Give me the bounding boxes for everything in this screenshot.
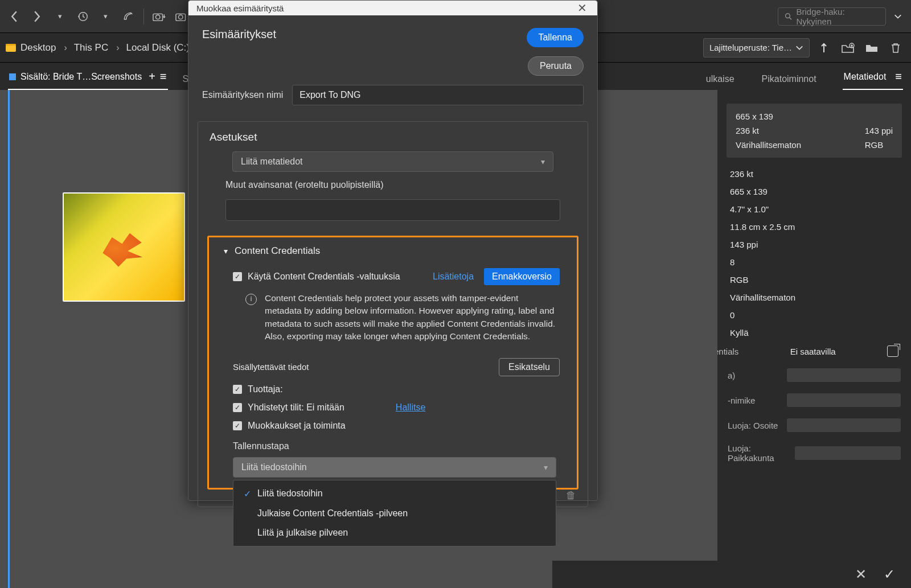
preset-name-label: Esimäärityksen nimi xyxy=(202,90,283,100)
nav-dropdown-icon[interactable]: ▾ xyxy=(50,7,69,26)
sort-ascending-icon[interactable] xyxy=(814,38,834,57)
creator-label: Luoja: Osoite xyxy=(728,421,778,430)
metadata-dropdown[interactable]: Liitä metatiedot ▾ xyxy=(232,151,553,172)
open-folder-icon[interactable] xyxy=(862,38,881,57)
storage-dropdown-menu: Liitä tiedostoihin Julkaise Content Cred… xyxy=(233,480,556,546)
meta-value: 236 kt xyxy=(730,169,898,179)
preset-name-input[interactable] xyxy=(292,85,584,105)
creator-input[interactable] xyxy=(787,418,901,432)
chevron-down-icon: ▾ xyxy=(541,157,545,166)
close-icon[interactable]: ✕ xyxy=(574,1,589,15)
meta-value: 665 x 139 xyxy=(730,187,898,196)
content-credentials-section: ▾ Content Credentials ✓ Käytä Content Cr… xyxy=(207,236,578,490)
svg-point-5 xyxy=(786,13,790,18)
search-dropdown-icon[interactable] xyxy=(889,7,906,26)
content-indicator-icon xyxy=(9,73,16,80)
sort-dropdown[interactable]: Lajitteluperuste: Tie… xyxy=(703,38,810,57)
save-button[interactable]: Tallenna xyxy=(527,28,584,47)
cc-section-header[interactable]: ▾ Content Credentials xyxy=(224,245,562,257)
external-link-icon[interactable] xyxy=(887,346,898,357)
creator-fields: a) -nimike Luoja: Osoite Luoja: Paikkaku… xyxy=(717,357,911,463)
thumbnail[interactable] xyxy=(63,192,185,302)
crumb-thispc[interactable]: This PC› xyxy=(74,42,122,54)
nav-back-icon[interactable] xyxy=(5,7,24,26)
meta-value: 11.8 cm x 2.5 cm xyxy=(730,222,898,232)
new-folder-icon[interactable] xyxy=(838,38,857,57)
beta-badge[interactable]: Ennakkoversio xyxy=(484,268,560,285)
creator-label: a) xyxy=(728,371,735,380)
storage-option-publish-cloud[interactable]: Julkaise Content Credentials -pilveen xyxy=(233,504,556,523)
meta-value: Kyllä xyxy=(730,328,898,338)
tab-menu-icon[interactable]: ≡ xyxy=(160,70,167,83)
metadata-list: 236 kt 665 x 139 4.7" x 1.0" 11.8 cm x 2… xyxy=(717,163,911,357)
meta-filesize: 236 kt xyxy=(736,126,853,135)
manage-link[interactable]: Hallitse xyxy=(396,402,425,413)
connected-accounts-checkbox[interactable]: ✓Yhdistetyt tilit: Ei mitäänHallitse xyxy=(233,402,562,413)
add-tab-icon[interactable]: + xyxy=(149,70,155,83)
history-icon[interactable] xyxy=(73,7,92,26)
meta-dimensions: 665 x 139 xyxy=(736,112,853,121)
sort-label: Lajitteluperuste: Tie… xyxy=(709,43,792,52)
meta-value: RGB xyxy=(730,275,898,285)
preview-button[interactable]: Esikatselu xyxy=(499,358,560,376)
chevron-down-icon: ▾ xyxy=(224,246,228,256)
meta-colormgmt: Värihallitsematon xyxy=(736,140,853,150)
meta-value: 4.7" x 1.0" xyxy=(730,204,898,214)
thumbnail-image xyxy=(96,232,145,270)
keywords-label: Muut avainsanat (eroteltu puolipisteillä… xyxy=(225,180,383,190)
toolbar-separator xyxy=(143,9,144,24)
nav-forward-icon[interactable] xyxy=(27,7,47,26)
creator-input[interactable] xyxy=(787,393,901,407)
meta-value: 0 xyxy=(730,310,898,320)
cc-description: Content Credentials help protect your as… xyxy=(265,292,556,343)
delete-icon[interactable]: 🗑 xyxy=(566,490,576,503)
storage-label: Tallennustapa xyxy=(233,441,562,451)
creator-input[interactable] xyxy=(787,368,901,382)
include-label: Sisällytettävät tiedot xyxy=(233,362,309,372)
search-field[interactable]: Bridge-haku: Nykyinen xyxy=(778,7,886,26)
tab-metadata[interactable]: Metatiedot ≡ xyxy=(843,64,903,90)
tab-quick-actions[interactable]: Pikatoiminnot xyxy=(761,68,818,90)
storage-dropdown[interactable]: Liitä tiedostoihin ▾ xyxy=(233,457,556,478)
meta-value: 8 xyxy=(730,257,898,267)
settings-section: Asetukset Liitä metatiedot ▾ Muut avains… xyxy=(198,121,588,507)
settings-heading: Asetukset xyxy=(210,131,576,143)
keywords-input[interactable] xyxy=(225,199,560,221)
history-dropdown-icon[interactable]: ▾ xyxy=(96,7,115,26)
boomerang-icon[interactable] xyxy=(118,7,138,26)
trash-icon[interactable] xyxy=(886,38,905,57)
chevron-down-icon xyxy=(795,44,803,52)
edits-activity-checkbox[interactable]: ✓Muokkaukset ja toiminta xyxy=(233,421,562,431)
edit-preset-dialog: Muokkaa esimääritystä ✕ Esimääritykset T… xyxy=(188,0,598,501)
confirm-icon[interactable]: ✓ xyxy=(884,566,895,582)
presets-heading: Esimääritykset xyxy=(202,28,276,41)
meta-value: Värihallitsematon xyxy=(730,293,898,302)
metadata-panel: 665 x 139 236 kt 143 ppi Värihallitsemat… xyxy=(717,90,911,588)
tab-menu-icon[interactable]: ≡ xyxy=(895,70,902,83)
meta-colormode: RGB xyxy=(865,140,893,150)
folder-icon xyxy=(6,44,16,52)
dialog-title: Muokkaa esimääritystä xyxy=(196,3,284,13)
selection-bar xyxy=(8,90,10,588)
learn-more-link[interactable]: Lisätietoja xyxy=(433,272,474,282)
panel-confirm-bar: ✕ ✓ xyxy=(552,561,911,588)
tab-content[interactable]: Sisältö: Bride T…Screenshots + ≡ xyxy=(8,64,168,90)
meta-row-content-credentials: entials Ei saatavilla xyxy=(730,346,898,357)
cancel-button[interactable]: Peruuta xyxy=(528,56,584,76)
cancel-icon[interactable]: ✕ xyxy=(855,566,867,582)
camera-download-icon[interactable] xyxy=(150,7,169,26)
storage-option-attach[interactable]: Liitä tiedostoihin xyxy=(233,484,556,504)
search-placeholder: Bridge-haku: Nykyinen xyxy=(797,7,880,26)
creator-input[interactable] xyxy=(795,446,901,460)
crumb-desktop[interactable]: Desktop› xyxy=(20,42,69,54)
storage-option-attach-and-publish[interactable]: Liitä ja julkaise pilveen xyxy=(233,523,556,542)
meta-ppi: 143 ppi xyxy=(865,126,893,135)
info-icon: i xyxy=(245,294,257,305)
creator-label: Luoja: Paikkakunta xyxy=(728,443,795,463)
producer-checkbox[interactable]: ✓Tuottaja: xyxy=(233,384,562,394)
cc-use-checkbox[interactable]: ✓ Käytä Content Credentials -valtuuksia xyxy=(233,272,400,282)
creator-label: -nimike xyxy=(728,396,755,405)
svg-point-2 xyxy=(156,15,160,19)
svg-point-4 xyxy=(179,15,183,19)
tab-publish[interactable]: ulkaise xyxy=(705,68,736,90)
